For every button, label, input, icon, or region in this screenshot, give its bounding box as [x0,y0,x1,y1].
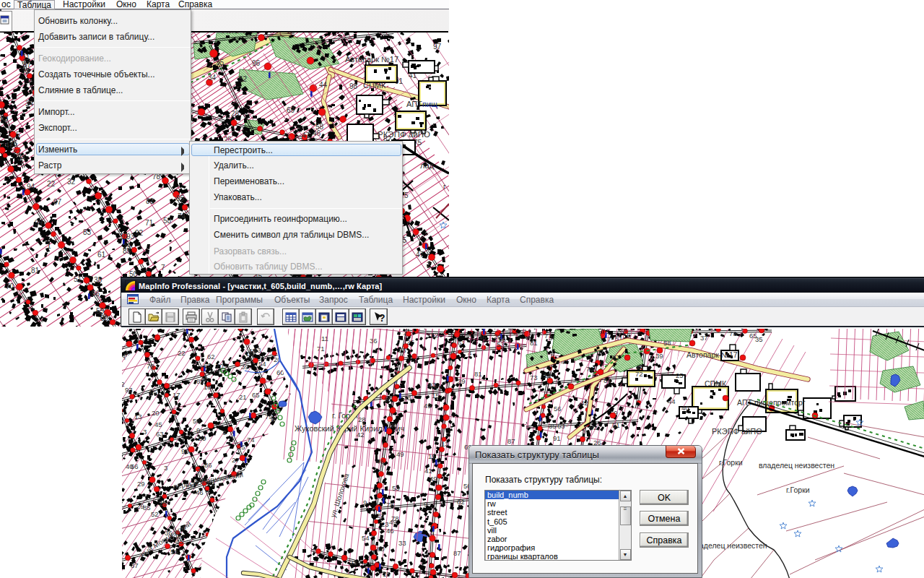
svg-text:лад: лад [420,161,435,170]
svg-text:19: 19 [159,499,167,507]
svg-text:владелец неизвестен: владелец неизвестен [759,461,834,470]
svg-text:39: 39 [458,377,466,385]
svg-text:85: 85 [123,247,131,255]
svg-text:21: 21 [239,393,247,401]
svg-text:89: 89 [390,421,398,429]
svg-text:35: 35 [549,422,557,430]
svg-text:62: 62 [457,498,465,506]
svg-text:69: 69 [287,106,295,114]
svg-text:РКЭПФ айПО: РКЭПФ айПО [712,427,762,436]
svg-text:38: 38 [94,276,103,284]
svg-text:5: 5 [16,131,20,139]
svg-text:56: 56 [92,290,100,298]
svg-text:13: 13 [134,413,142,420]
svg-text:98: 98 [181,447,189,455]
svg-text:49: 49 [389,518,397,526]
svg-text:34: 34 [17,154,26,162]
svg-text:29: 29 [137,480,145,488]
svg-text:7: 7 [197,467,201,475]
svg-text:46: 46 [386,527,394,535]
svg-text:51: 51 [612,421,620,429]
svg-text:пищепромторг: пищепромторг [754,398,806,407]
svg-text:81: 81 [31,267,40,275]
svg-text:21: 21 [377,512,385,519]
svg-text:27: 27 [232,456,240,464]
svg-text:7: 7 [161,264,165,272]
svg-text:1: 1 [47,242,51,250]
svg-text:93: 93 [126,233,135,241]
svg-text:44: 44 [668,397,676,405]
svg-text:АПТ: АПТ [406,100,422,108]
svg-text:47: 47 [302,131,310,139]
svg-text:88: 88 [207,329,215,330]
svg-text:12: 12 [544,371,552,379]
svg-text:46: 46 [479,333,487,341]
svg-text:98: 98 [349,82,358,90]
svg-text:3: 3 [143,428,147,436]
svg-text:Автопарк №17: Автопарк №17 [345,55,398,64]
svg-text:44: 44 [319,81,328,89]
svg-text:69: 69 [199,434,206,442]
svg-text:22: 22 [47,180,56,188]
svg-text:46: 46 [196,488,204,496]
svg-text:РКЭПФ айПО: РКЭПФ айПО [378,130,430,139]
svg-text:87: 87 [612,353,620,361]
svg-text:32: 32 [200,374,208,382]
svg-text:СПМК: СПМК [705,379,727,388]
svg-text:74: 74 [247,436,255,444]
svg-text:71: 71 [145,219,154,227]
svg-text:49: 49 [430,475,437,483]
svg-text:2: 2 [427,261,431,269]
svg-text:г.Горки: г.Горки [786,486,810,494]
svg-text:99: 99 [35,219,43,227]
svg-text:63: 63 [253,346,261,354]
svg-text:65: 65 [252,391,260,399]
svg-text:г.Горки: г.Горки [719,458,743,467]
svg-text:81: 81 [530,339,538,347]
svg-text:13: 13 [441,440,449,448]
svg-text:34: 34 [208,74,217,82]
svg-text:17: 17 [173,391,180,399]
svg-text:11: 11 [22,53,30,61]
svg-text:пищ: пищ [422,100,437,108]
svg-text:56: 56 [122,439,123,447]
svg-text:58: 58 [663,339,671,347]
svg-text:72: 72 [635,370,643,378]
svg-text:19: 19 [245,350,253,358]
svg-text:52: 52 [151,510,159,518]
svg-text:87: 87 [507,437,515,445]
svg-text:46: 46 [376,457,384,465]
svg-text:93: 93 [428,381,436,389]
svg-text:49: 49 [424,402,432,410]
svg-text:70: 70 [6,282,14,290]
svg-text:83: 83 [146,197,154,205]
svg-text:53: 53 [392,484,400,492]
svg-text:29: 29 [136,502,144,510]
svg-text:33: 33 [398,539,406,547]
svg-text:3: 3 [222,428,226,436]
svg-text:15: 15 [432,392,440,400]
svg-text:56: 56 [498,335,506,343]
svg-text:42: 42 [580,399,588,407]
svg-text:81: 81 [474,370,482,378]
svg-text:79: 79 [22,67,30,75]
svg-text:60: 60 [204,361,212,369]
svg-text:79: 79 [147,362,154,370]
svg-text:62: 62 [207,353,215,361]
svg-text:40: 40 [681,404,689,412]
svg-text:73: 73 [530,374,538,381]
svg-text:9: 9 [424,500,427,508]
svg-text:20: 20 [152,409,160,417]
svg-text:45: 45 [154,420,162,428]
svg-text:96: 96 [384,395,392,403]
svg-text:63: 63 [156,430,164,438]
svg-text:22: 22 [178,349,186,357]
svg-text:74: 74 [178,212,186,220]
svg-text:9: 9 [363,499,367,506]
svg-text:3: 3 [164,464,167,472]
svg-text:25: 25 [237,443,245,451]
svg-text:г: г [443,183,446,191]
svg-text:30: 30 [100,314,109,322]
svg-text:46: 46 [313,129,321,137]
svg-text:32: 32 [67,178,76,186]
